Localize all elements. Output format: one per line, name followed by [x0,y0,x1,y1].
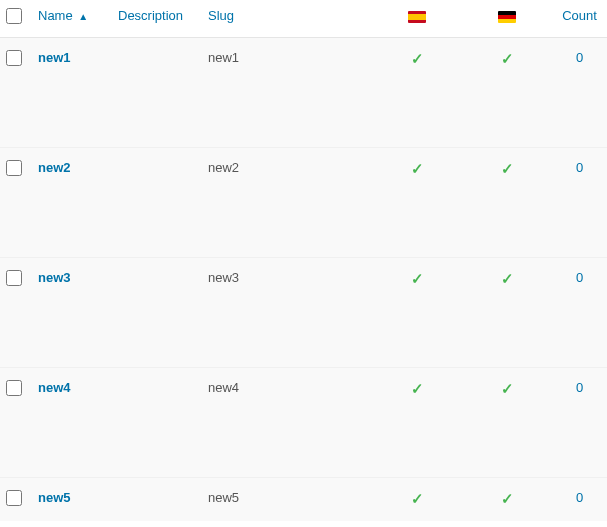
column-header-name[interactable]: Name ▲ [32,0,112,38]
term-description [112,478,202,522]
column-header-slug-label: Slug [208,8,234,23]
term-count-link[interactable]: 0 [576,270,583,285]
term-name-link[interactable]: new1 [38,50,71,65]
flag-spain-icon [408,11,426,23]
row-checkbox[interactable] [6,270,22,286]
check-icon: ✓ [501,380,514,397]
term-name-link[interactable]: new2 [38,160,71,175]
term-count-link[interactable]: 0 [576,50,583,65]
term-description [112,38,202,148]
column-header-description-label: Description [118,8,183,23]
column-header-lang-es [372,0,462,38]
column-header-description[interactable]: Description [112,0,202,38]
row-checkbox[interactable] [6,50,22,66]
term-name-link[interactable]: new4 [38,380,71,395]
table-row: new4new4✓✓0 [0,368,607,478]
term-count-link[interactable]: 0 [576,490,583,505]
term-description [112,368,202,478]
term-name-link[interactable]: new3 [38,270,71,285]
row-checkbox[interactable] [6,380,22,396]
check-icon: ✓ [411,490,424,507]
term-count-link[interactable]: 0 [576,160,583,175]
term-name-link[interactable]: new5 [38,490,71,505]
term-slug: new5 [202,478,372,522]
table-row: new5new5✓✓0 [0,478,607,522]
check-icon: ✓ [411,160,424,177]
table-row: new2new2✓✓0 [0,148,607,258]
check-icon: ✓ [501,490,514,507]
term-slug: new4 [202,368,372,478]
terms-table: Name ▲ Description Slug Count new1new1✓✓… [0,0,607,521]
term-description [112,258,202,368]
term-slug: new3 [202,258,372,368]
term-slug: new1 [202,38,372,148]
check-icon: ✓ [411,380,424,397]
check-icon: ✓ [501,50,514,67]
check-icon: ✓ [411,50,424,67]
term-slug: new2 [202,148,372,258]
term-description [112,148,202,258]
flag-germany-icon [498,11,516,23]
table-row: new1new1✓✓0 [0,38,607,148]
row-checkbox[interactable] [6,490,22,506]
column-header-count-label: Count [562,8,597,23]
check-icon: ✓ [501,160,514,177]
check-icon: ✓ [411,270,424,287]
select-all-checkbox[interactable] [6,8,22,24]
table-row: new3new3✓✓0 [0,258,607,368]
column-header-lang-de [462,0,552,38]
sort-ascending-icon: ▲ [78,11,88,22]
column-header-name-label: Name [38,8,73,23]
column-header-count[interactable]: Count [552,0,607,38]
row-checkbox[interactable] [6,160,22,176]
column-header-slug[interactable]: Slug [202,0,372,38]
check-icon: ✓ [501,270,514,287]
term-count-link[interactable]: 0 [576,380,583,395]
